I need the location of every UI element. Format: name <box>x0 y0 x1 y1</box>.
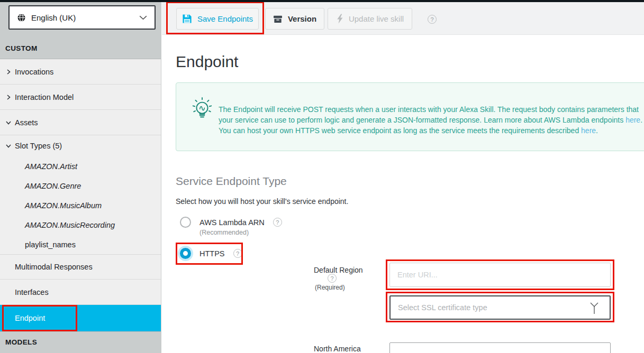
update-live-skill-button: Update live skill <box>328 8 412 30</box>
sidebar-item-multimodal-responses[interactable]: Multimodal Responses <box>0 254 161 280</box>
service-endpoint-type-description: Select how you will host your skill's se… <box>176 197 348 206</box>
slot-type-playlist-names[interactable]: playlist_names <box>0 235 161 254</box>
radio-aws-lambda-arn[interactable]: AWS Lambda ARN ? <box>180 217 282 228</box>
https-requirements-here-link[interactable]: here <box>581 126 596 135</box>
sidebar-section-models: MODELS <box>5 338 37 346</box>
alexa-console-screen: English (UK) CUSTOM Invocations Interact… <box>0 0 644 353</box>
slot-type-amazon-musicalbum[interactable]: AMAZON.MusicAlbum <box>0 196 161 215</box>
north-america-label: North America <box>314 345 361 353</box>
language-label: English (UK) <box>31 13 139 22</box>
save-endpoints-label: Save Endpoints <box>197 14 253 23</box>
sidebar-item-interfaces[interactable]: Interfaces <box>0 280 161 305</box>
info-callout: The Endpoint will receive POST requests … <box>176 82 644 151</box>
radio-https[interactable]: HTTPS ? <box>180 248 242 259</box>
sidebar-nav: Invocations Interaction Model Assets Slo… <box>0 59 161 353</box>
save-icon <box>182 14 192 24</box>
lightbulb-icon <box>190 96 214 126</box>
info-text: The Endpoint will receive POST requests … <box>219 104 644 136</box>
globe-icon <box>17 13 26 22</box>
radio-unselected-icon[interactable] <box>180 217 191 228</box>
lambda-help-icon[interactable]: ? <box>273 218 282 227</box>
update-live-skill-label: Update live skill <box>349 14 404 23</box>
recommended-note: (Recommended) <box>199 229 249 236</box>
chevron-down-icon <box>5 119 15 126</box>
sidebar: English (UK) CUSTOM Invocations Interact… <box>0 2 161 353</box>
sidebar-models-band: MODELS <box>0 331 161 353</box>
help-icon[interactable]: ? <box>428 15 437 24</box>
north-america-uri-input[interactable] <box>389 342 611 353</box>
sidebar-item-endpoint[interactable]: Endpoint <box>0 305 161 331</box>
page-title: Endpoint <box>176 53 238 71</box>
sidebar-section-custom: CUSTOM <box>5 44 38 52</box>
language-selector[interactable]: English (UK) <box>8 5 156 30</box>
radio-selected-icon[interactable] <box>180 248 191 259</box>
save-endpoints-button[interactable]: Save Endpoints <box>176 8 259 30</box>
chevron-down-icon <box>5 143 15 149</box>
aws-lambda-arn-label: AWS Lambda ARN <box>199 218 265 227</box>
sidebar-item-invocations[interactable]: Invocations <box>0 59 161 85</box>
lightning-bolt-icon <box>336 14 343 24</box>
lambda-endpoints-here-link[interactable]: here <box>625 116 640 124</box>
select-caret-icon <box>589 301 599 314</box>
slot-type-amazon-artist[interactable]: AMAZON.Artist <box>0 156 161 176</box>
sidebar-item-assets[interactable]: Assets <box>0 110 161 135</box>
sidebar-item-slot-types[interactable]: Slot Types (5) <box>0 135 161 156</box>
chevron-down-icon <box>139 15 147 20</box>
sidebar-item-interaction-model[interactable]: Interaction Model <box>0 85 161 110</box>
version-label: Version <box>288 14 316 23</box>
default-region-uri-input[interactable] <box>389 263 611 287</box>
slot-type-amazon-musicrecording[interactable]: AMAZON.MusicRecording <box>0 215 161 235</box>
top-black-bar <box>0 0 644 2</box>
default-region-help-icon[interactable]: ? <box>328 274 337 283</box>
version-button[interactable]: Version <box>265 8 324 30</box>
https-help-icon[interactable]: ? <box>233 249 242 258</box>
version-archive-icon <box>273 15 283 23</box>
ssl-select-placeholder: Select SSL certificate type <box>398 303 589 312</box>
chevron-right-icon <box>5 94 15 100</box>
required-note: (Required) <box>315 284 345 291</box>
sidebar-top-band: English (UK) CUSTOM <box>0 2 161 59</box>
ssl-certificate-select[interactable]: Select SSL certificate type <box>389 295 611 320</box>
chevron-right-icon <box>5 69 15 75</box>
https-label: HTTPS <box>199 249 225 258</box>
slot-type-amazon-genre[interactable]: AMAZON.Genre <box>0 176 161 196</box>
toolbar: Save Endpoints Version Update live skill… <box>162 2 644 35</box>
default-region-label: Default Region <box>314 266 363 274</box>
service-endpoint-type-title: Service Endpoint Type <box>176 175 287 188</box>
